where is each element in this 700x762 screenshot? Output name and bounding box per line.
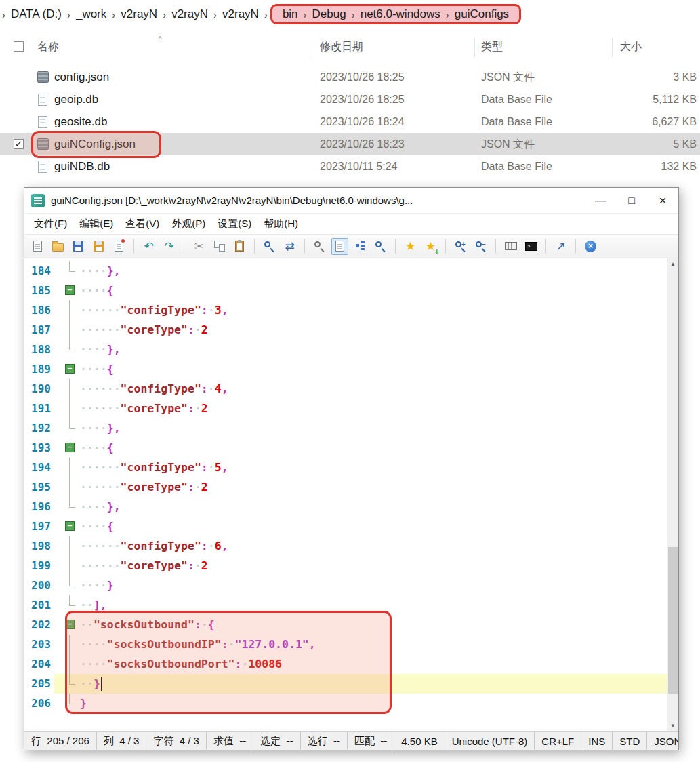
fold-margin[interactable] <box>54 694 77 713</box>
code-line-201[interactable]: 201··], <box>24 595 667 615</box>
menu-item[interactable]: 设置(S) <box>211 218 258 230</box>
code-line-197[interactable]: 197−····{ <box>24 517 667 536</box>
zoom-out-icon[interactable]: − <box>472 238 489 255</box>
favorites-icon[interactable]: ★ <box>402 238 419 255</box>
fold-collapse-icon[interactable]: − <box>65 285 75 295</box>
file-checkbox[interactable]: ✓ <box>14 139 24 149</box>
code-line-188[interactable]: 188····}, <box>24 340 667 359</box>
scroll-thumb[interactable] <box>668 547 678 694</box>
fold-margin[interactable] <box>54 595 77 615</box>
scroll-up-icon[interactable]: ▲ <box>667 258 678 270</box>
breadcrumb-item[interactable]: Debug <box>308 7 351 21</box>
file-row[interactable]: geosite.db2023/10/26 18:24Data Base File… <box>0 111 700 133</box>
fold-collapse-icon[interactable]: − <box>65 443 75 452</box>
status-segment[interactable]: 选行 -- <box>301 732 348 750</box>
fold-margin[interactable]: − <box>54 517 77 536</box>
code-line-195[interactable]: 195······"coreType":·2 <box>24 477 667 497</box>
status-segment[interactable]: STD <box>613 732 647 750</box>
console-icon[interactable]: >_ <box>522 238 539 255</box>
find-icon[interactable] <box>261 238 278 255</box>
fold-margin[interactable] <box>54 458 77 477</box>
status-segment[interactable]: 选定 -- <box>253 732 300 750</box>
code-line-204[interactable]: 204····"socksOutboundPort":·10086 <box>24 654 667 674</box>
status-segment[interactable]: INS <box>581 732 613 750</box>
fold-margin[interactable] <box>54 418 77 438</box>
undo-icon[interactable]: ↶ <box>140 238 157 255</box>
fold-collapse-icon[interactable]: − <box>65 521 75 531</box>
zoom-in-icon[interactable]: + <box>452 238 469 255</box>
save-file-icon[interactable] <box>70 238 87 255</box>
replace-icon[interactable]: ⇄ <box>281 238 298 255</box>
breadcrumb-item[interactable]: _work <box>71 7 111 21</box>
breadcrumb-item[interactable]: v2rayN <box>116 7 162 21</box>
open-file-icon[interactable] <box>49 238 66 255</box>
column-header-size[interactable]: 大小 <box>620 40 642 54</box>
fold-margin[interactable] <box>54 399 77 418</box>
status-segment[interactable]: CR+LF <box>535 732 581 750</box>
view-magnifier-icon[interactable] <box>372 238 389 255</box>
column-header-type[interactable]: 类型 <box>481 40 503 54</box>
code-line-192[interactable]: 192····}, <box>24 418 667 438</box>
maximize-button[interactable]: □ <box>616 188 647 213</box>
select-all-checkbox[interactable] <box>14 41 24 52</box>
status-segment[interactable]: 匹配 -- <box>348 732 394 750</box>
fold-margin[interactable]: − <box>54 359 77 379</box>
file-row[interactable]: geoip.db2023/10/26 18:25Data Base File5,… <box>0 88 700 111</box>
open-external-icon[interactable]: ↗ <box>552 238 569 255</box>
breadcrumb-item[interactable]: DATA (D:) <box>6 7 66 21</box>
redo-icon[interactable]: ↷ <box>161 238 178 255</box>
code-line-202[interactable]: 202−··"socksOutbound":·{ <box>24 615 667 635</box>
status-segment[interactable]: 字符 4 / 3 <box>146 732 207 750</box>
fold-margin[interactable] <box>54 477 77 497</box>
code-line-189[interactable]: 189−····{ <box>24 359 667 379</box>
code-line-200[interactable]: 200····} <box>24 576 667 595</box>
code-line-194[interactable]: 194······"configType":·5, <box>24 458 667 477</box>
paste-icon[interactable] <box>231 238 248 255</box>
column-header-date-modified[interactable]: 修改日期 <box>320 40 363 54</box>
code-line-190[interactable]: 190······"configType":·4, <box>24 379 667 399</box>
code-line-186[interactable]: 186······"configType":·3, <box>24 300 667 320</box>
breadcrumb-item[interactable]: guiConfigs <box>450 7 514 21</box>
close-button[interactable]: × <box>647 188 678 213</box>
fold-margin[interactable] <box>54 379 77 399</box>
find-in-files-icon[interactable] <box>311 238 328 255</box>
fold-margin[interactable]: − <box>54 615 77 635</box>
fold-margin[interactable] <box>54 300 77 320</box>
file-row[interactable]: ✓guiNConfig.json2023/10/26 18:23JSON 文件5… <box>0 133 700 155</box>
recode-file-icon[interactable] <box>110 238 127 255</box>
copy-icon[interactable] <box>211 238 228 255</box>
breadcrumb-item[interactable]: v2rayN <box>167 7 213 21</box>
fold-margin[interactable] <box>54 261 77 281</box>
menu-item[interactable]: 查看(V) <box>119 218 165 230</box>
fold-margin[interactable] <box>54 497 77 517</box>
fold-collapse-icon[interactable]: − <box>65 620 75 629</box>
code-line-205[interactable]: 205··} <box>24 674 667 694</box>
scroll-down-icon[interactable]: ▼ <box>667 720 678 731</box>
column-divider[interactable] <box>312 38 312 57</box>
status-segment[interactable]: JSON <box>647 732 678 750</box>
fold-margin[interactable] <box>54 576 77 595</box>
file-row[interactable]: config.json2023/10/26 18:25JSON 文件3 KB <box>0 66 700 88</box>
fold-margin[interactable] <box>54 536 77 556</box>
status-segment[interactable]: 列 4 / 3 <box>97 732 147 750</box>
code-line-191[interactable]: 191······"coreType":·2 <box>24 399 667 418</box>
fold-margin[interactable] <box>54 556 77 576</box>
code-line-196[interactable]: 196····}, <box>24 497 667 517</box>
status-segment[interactable]: Unicode (UTF-8) <box>445 732 535 750</box>
fold-margin[interactable]: − <box>54 438 77 458</box>
exit-icon[interactable]: × <box>582 238 599 255</box>
code-line-184[interactable]: 184····}, <box>24 261 667 281</box>
new-file-icon[interactable] <box>29 238 46 255</box>
status-segment[interactable]: 求值 -- <box>207 732 253 750</box>
hex-view-icon[interactable] <box>502 238 519 255</box>
fold-collapse-icon[interactable]: − <box>65 364 75 374</box>
fold-margin[interactable]: − <box>54 281 77 300</box>
menu-item[interactable]: 文件(F) <box>28 218 73 230</box>
breadcrumb-item[interactable]: v2rayN <box>218 7 264 21</box>
code-folding-icon[interactable] <box>352 238 369 255</box>
word-wrap-icon[interactable] <box>331 238 348 255</box>
code-area[interactable]: 184····},185−····{186······"configType":… <box>24 258 678 731</box>
code-line-185[interactable]: 185−····{ <box>24 281 667 300</box>
breadcrumb-item[interactable]: net6.0-windows <box>356 7 445 21</box>
fold-margin[interactable] <box>54 674 77 694</box>
